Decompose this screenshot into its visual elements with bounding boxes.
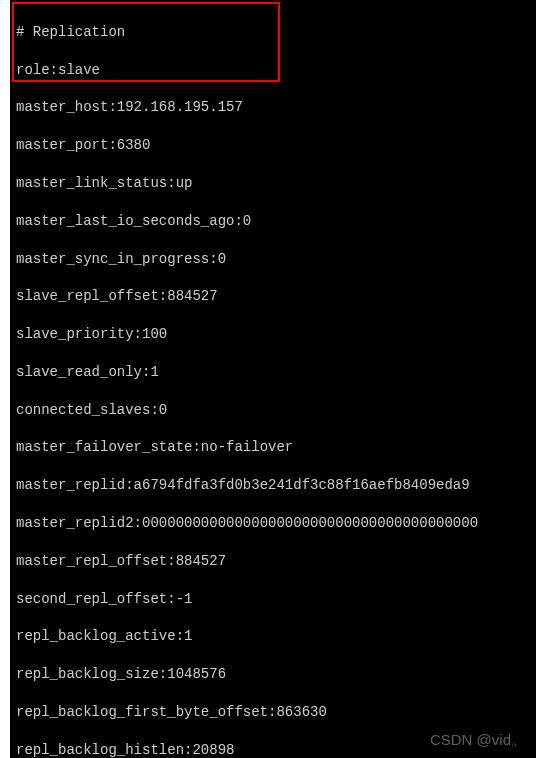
master-replid2-line: master_replid2:0000000000000000000000000… [16,514,536,533]
slave-priority-line: slave_priority:100 [16,325,536,344]
role-line: role:slave [16,61,536,80]
repl-backlog-active-line: repl_backlog_active:1 [16,627,536,646]
master-last-io-line: master_last_io_seconds_ago:0 [16,212,536,231]
terminal-output[interactable]: # Replication role:slave master_host:192… [0,0,536,758]
master-port-line: master_port:6380 [16,136,536,155]
repl-backlog-first-byte-line: repl_backlog_first_byte_offset:863630 [16,703,536,722]
slave-read-only-line: slave_read_only:1 [16,363,536,382]
master-sync-line: master_sync_in_progress:0 [16,250,536,269]
watermark-text: CSDN @vid。 [430,730,526,750]
replication-header: # Replication [16,23,536,42]
master-failover-line: master_failover_state:no-failover [16,438,536,457]
master-host-line: master_host:192.168.195.157 [16,98,536,117]
repl-backlog-size-line: repl_backlog_size:1048576 [16,665,536,684]
slave-repl-offset-line: slave_repl_offset:884527 [16,287,536,306]
master-replid-line: master_replid:a6794fdfa3fd0b3e241df3c88f… [16,476,536,495]
second-repl-offset-line: second_repl_offset:-1 [16,590,536,609]
master-link-status-line: master_link_status:up [16,174,536,193]
connected-slaves-line: connected_slaves:0 [16,401,536,420]
left-margin [0,0,10,758]
master-repl-offset-line: master_repl_offset:884527 [16,552,536,571]
